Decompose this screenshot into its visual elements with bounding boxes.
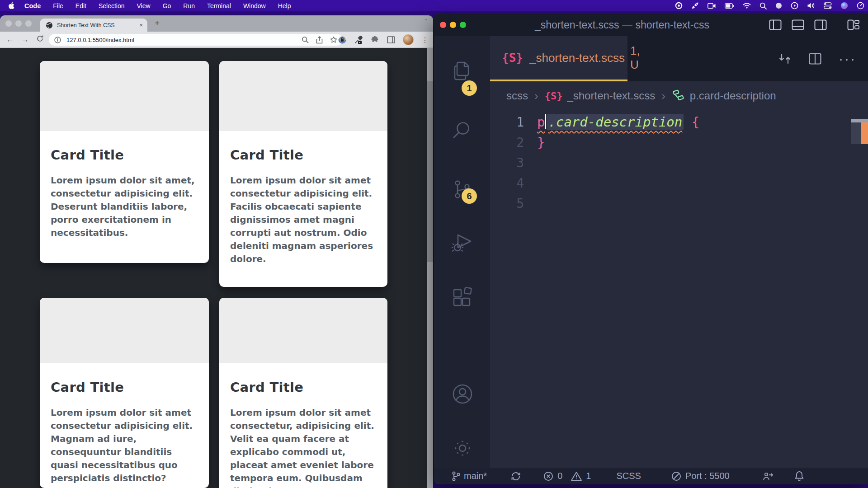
menu-file[interactable]: File [53, 2, 63, 9]
menu-view[interactable]: View [137, 2, 151, 9]
breadcrumb-symbol[interactable]: p.card-description [690, 89, 776, 102]
side-panel-icon[interactable] [387, 36, 395, 43]
browser-menu-icon[interactable]: ⋮ [421, 36, 429, 44]
video-camera-icon[interactable] [708, 3, 716, 9]
play-circle-icon[interactable] [791, 2, 798, 9]
siri-icon[interactable] [840, 2, 848, 9]
page-scrollbar-thumb[interactable] [427, 81, 433, 262]
search-icon[interactable] [760, 2, 767, 9]
editor-tab-problems-git-decoration: 1, U [630, 44, 640, 72]
menu-selection[interactable]: Selection [99, 2, 125, 9]
search-icon[interactable] [452, 120, 472, 141]
settings-gear-icon[interactable] [452, 437, 473, 459]
control-center-icon[interactable] [824, 2, 832, 9]
card-1-description: Lorem ipsum dolor sit amet, consectetur … [51, 174, 198, 239]
errors-count: 0 [557, 471, 562, 481]
problems-item[interactable]: 0 1 [543, 471, 591, 482]
card-4-description: Lorem ipsum dolor sit amet consectetur, … [230, 406, 377, 488]
space [684, 114, 691, 130]
language-mode-label: SCSS [616, 471, 641, 481]
page-scrollbar-track[interactable] [427, 48, 433, 488]
volume-icon[interactable] [807, 2, 815, 9]
card-3-title: Card Title [51, 380, 198, 395]
dot-icon[interactable] [775, 2, 782, 9]
live-share-item[interactable] [762, 471, 774, 482]
record-icon[interactable] [675, 2, 683, 9]
symbol-selector-icon [672, 89, 685, 103]
apple-logo-icon[interactable] [8, 2, 14, 9]
window-zoom-button[interactable] [25, 20, 32, 27]
vscode-title-bar: _shorten-text.scss — shorten-text-css [434, 14, 868, 36]
zoom-icon[interactable] [302, 36, 309, 43]
menu-run[interactable]: Run [183, 2, 195, 9]
titlebar-separator [837, 19, 837, 31]
sync-changes-button[interactable] [510, 471, 521, 482]
port-broadcast-icon [671, 471, 682, 482]
run-debug-icon[interactable] [452, 231, 473, 254]
card-3-image-placeholder [40, 298, 209, 363]
menu-window[interactable]: Window [243, 2, 266, 9]
toggle-primary-sidebar-icon[interactable] [769, 19, 782, 30]
clock-icon[interactable] [857, 2, 864, 9]
customize-layout-icon[interactable] [847, 19, 860, 30]
line-number: 5 [492, 193, 524, 214]
split-editor-icon[interactable] [809, 53, 821, 65]
menu-edit[interactable]: Edit [75, 2, 86, 9]
address-bar[interactable]: 127.0.0.1:5500/index.html [49, 34, 343, 46]
toggle-secondary-sidebar-icon[interactable] [814, 19, 827, 30]
window-minimize-button[interactable] [15, 20, 22, 27]
close-brace-token: } [537, 135, 545, 150]
source-control-badge: 6 [462, 188, 477, 204]
live-server-port-item[interactable]: Port : 5500 [671, 471, 730, 482]
back-button[interactable]: ← [3, 35, 18, 44]
account-icon[interactable] [452, 383, 473, 405]
code-editor[interactable]: 1 2 3 4 5 p.card-description { } [490, 110, 868, 468]
git-branch-label: main* [464, 471, 487, 481]
window-close-button[interactable] [5, 20, 12, 27]
more-actions-icon[interactable]: ··· [839, 51, 856, 66]
url-text[interactable]: 127.0.0.1:5500/index.html [66, 37, 294, 43]
card-2-title: Card Title [230, 147, 377, 163]
menu-go[interactable]: Go [163, 2, 171, 9]
extensions-icon[interactable] [452, 287, 473, 309]
menu-terminal[interactable]: Terminal [207, 2, 231, 9]
reload-button[interactable] [33, 35, 47, 45]
notifications-bell-item[interactable] [794, 470, 805, 482]
share-icon[interactable] [316, 36, 323, 44]
eyedropper-icon[interactable] [354, 35, 363, 44]
new-tab-button[interactable]: + [155, 18, 160, 28]
extension-lock-icon[interactable] [338, 36, 346, 44]
browser-tab[interactable]: Shorten Text With CSS × [40, 19, 147, 32]
errors-icon [543, 471, 554, 482]
browser-window: Shorten Text With CSS × + ˇ ← → 127.0.0.… [0, 15, 433, 488]
breadcrumb-file[interactable]: _shorten-text.scss [567, 89, 655, 102]
wifi-icon[interactable] [743, 3, 751, 9]
toggle-panel-icon[interactable] [792, 19, 804, 30]
language-mode-item[interactable]: SCSS [616, 471, 641, 481]
toggle-changes-icon[interactable] [778, 52, 792, 66]
puzzle-icon[interactable] [371, 36, 379, 44]
overview-ruler-warning-marker [861, 122, 868, 144]
breadcrumb: scss › {S} _shorten-text.scss › p.card-d… [490, 81, 868, 110]
menu-help[interactable]: Help [278, 2, 291, 9]
forward-button[interactable]: → [18, 35, 33, 44]
profile-avatar[interactable] [403, 34, 414, 45]
star-icon[interactable] [330, 36, 337, 43]
battery-icon[interactable] [725, 3, 734, 9]
tab-search-chevron-icon[interactable]: ˇ [425, 19, 427, 25]
git-branch-icon [451, 471, 460, 482]
site-info-icon[interactable] [54, 37, 61, 43]
git-branch-item[interactable]: main* [451, 471, 487, 482]
chevron-right-icon: › [661, 89, 665, 103]
breadcrumb-folder[interactable]: scss [506, 89, 528, 102]
editor-scrollbar-thumb[interactable] [851, 122, 861, 144]
line-number: 4 [492, 173, 524, 193]
active-app-name[interactable]: Code [24, 2, 41, 9]
rocket-icon[interactable] [691, 2, 699, 9]
person-arrow-icon [762, 471, 774, 482]
tab-close-icon[interactable]: × [139, 22, 143, 28]
editor-tab-active[interactable]: {S} _shorten-text.scss 1, U [490, 36, 627, 81]
card-1: Card Title Lorem ipsum dolor sit amet, c… [40, 61, 209, 263]
explorer-icon[interactable] [452, 60, 472, 82]
status-bar: main* 0 1 SCSS Port : 5500 [434, 468, 868, 484]
